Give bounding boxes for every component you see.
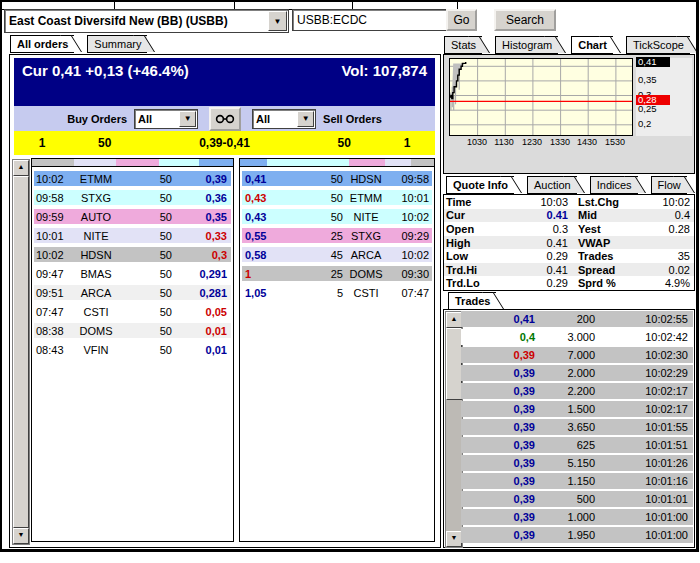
bid-ask-spread: 0,39-0,41 <box>140 136 310 150</box>
y-tick-label-highlight: 0,41 <box>636 57 670 67</box>
bid-price: 0,3 <box>172 249 231 261</box>
tab-summary[interactable]: Summary <box>87 35 147 53</box>
chevron-down-icon[interactable]: ▼ <box>297 111 314 127</box>
trade-price: 0,39 <box>461 493 535 505</box>
trade-row[interactable]: 0,3950010:01:01 <box>461 491 693 507</box>
chevron-down-icon[interactable]: ▼ <box>268 11 287 31</box>
trade-row[interactable]: 0,391.00010:01:00 <box>461 509 693 525</box>
search-button[interactable]: Search <box>494 9 556 31</box>
order-time: 09:51 <box>34 287 72 299</box>
buy-order-row[interactable]: 10:02HDSN500,3 <box>34 247 231 262</box>
chevron-down-icon[interactable]: ▼ <box>179 111 196 127</box>
trade-row[interactable]: 0,392.00010:02:29 <box>461 365 693 381</box>
buy-order-row[interactable]: 10:01NITE500,33 <box>34 228 231 243</box>
trade-row[interactable]: 0,4120010:02:55 <box>461 311 693 327</box>
buy-order-row[interactable]: 09:47BMAS500,291 <box>34 266 231 281</box>
scroll-up-icon[interactable]: ▲ <box>13 160 29 176</box>
trade-quantity: 200 <box>535 313 595 325</box>
buy-filter-select[interactable]: All ▼ <box>134 109 198 129</box>
y-tick-label: 0,2 <box>636 119 670 129</box>
tab-indices[interactable]: Indices <box>590 176 638 194</box>
trade-price: 0,39 <box>461 475 535 487</box>
x-tick-label: 1030 <box>462 137 492 147</box>
trade-row[interactable]: 0,393.65010:01:55 <box>461 419 693 435</box>
trade-row[interactable]: 0,395.15010:01:26 <box>461 455 693 471</box>
sell-order-row[interactable]: 0,5845ARCA10:02 <box>242 247 432 262</box>
order-time: 09:58 <box>34 192 72 204</box>
trade-price: 0,39 <box>461 403 535 415</box>
quote-label: Trades <box>568 250 638 262</box>
quote-value: 10:03 <box>498 196 568 208</box>
buy-order-row[interactable]: 08:38DOMS500,01 <box>34 323 231 338</box>
order-time: 10:02 <box>34 249 72 261</box>
trade-time: 10:02:17 <box>595 385 693 397</box>
x-tick-label: 1430 <box>572 137 602 147</box>
order-size: 50 <box>120 230 172 242</box>
bid-price: 0,39 <box>172 173 231 185</box>
buy-filter-value: All <box>135 113 178 125</box>
book-scrollbar[interactable]: ▲ ▼ <box>12 159 30 545</box>
trade-row[interactable]: 0,391.95010:01:00 <box>461 527 693 543</box>
tab-tickscope[interactable]: TickScope <box>626 36 690 54</box>
instrument-select[interactable]: East Coast Diversifd New (BB) (USBB) ▼ <box>4 9 289 33</box>
bid-price: 0,281 <box>172 287 231 299</box>
trade-row[interactable]: 0,397.00010:02:30 <box>461 347 693 363</box>
tab-stats[interactable]: Stats <box>444 36 482 54</box>
scroll-up-icon[interactable]: ▲ <box>446 312 462 328</box>
sell-order-row[interactable]: 0,4350NITE10:02 <box>242 209 432 224</box>
tab-histogram[interactable]: Histogram <box>495 36 558 54</box>
bid-price: 0,01 <box>172 325 231 337</box>
sell-filter-select[interactable]: All ▼ <box>252 109 316 129</box>
x-tick-label: 1230 <box>517 137 547 147</box>
buy-order-row[interactable]: 08:43VFIN500,01 <box>34 342 231 357</box>
buy-order-row[interactable]: 10:02ETMM500,39 <box>34 171 231 186</box>
quote-value: 0.29 <box>498 277 568 289</box>
trade-quantity: 1.150 <box>535 475 595 487</box>
order-size: 5 <box>301 287 343 299</box>
scroll-down-icon[interactable]: ▼ <box>446 531 462 547</box>
sell-order-row[interactable]: 125DOMS09:30 <box>242 266 432 281</box>
tab-all-orders[interactable]: All orders <box>10 35 74 53</box>
order-size: 50 <box>120 192 172 204</box>
buy-order-row[interactable]: 07:47CSTI500,05 <box>34 304 231 319</box>
order-size: 50 <box>120 173 172 185</box>
quote-value: 10:02 <box>638 196 694 208</box>
trade-row[interactable]: 0,392.20010:02:17 <box>461 383 693 399</box>
scrollbar-thumb[interactable] <box>13 176 29 528</box>
buy-order-row[interactable]: 09:51ARCA500,281 <box>34 285 231 300</box>
depth-segment-gray <box>32 159 74 166</box>
scrollbar-track[interactable] <box>446 400 462 531</box>
trade-row[interactable]: 0,391.50010:02:17 <box>461 401 693 417</box>
chart-x-axis: 103011301230133014301530 <box>449 137 633 150</box>
trade-time: 10:01:00 <box>595 511 693 523</box>
tab-auction[interactable]: Auction <box>527 176 577 194</box>
order-size: 25 <box>301 230 343 242</box>
sell-order-row[interactable]: 0,5525STXG09:29 <box>242 228 432 243</box>
quote-value: 0.3 <box>498 223 568 235</box>
symbol-input[interactable] <box>292 9 458 31</box>
depth-segment-cyan <box>159 159 199 166</box>
trade-row[interactable]: 0,43.00010:02:42 <box>461 329 693 345</box>
sell-order-row[interactable]: 0,4150HDSN09:58 <box>242 171 432 186</box>
scrollbar-thumb[interactable] <box>446 328 462 400</box>
order-time: 09:47 <box>34 268 72 280</box>
tab-chart[interactable]: Chart <box>571 36 613 54</box>
sell-order-row[interactable]: 1,055CSTI07:47 <box>242 285 432 300</box>
go-button[interactable]: Go <box>446 9 477 31</box>
order-size: 50 <box>120 249 172 261</box>
quote-info-table: Time10:03Lst.Chg10:02Cur0.41Mid0.4Open0.… <box>443 194 695 291</box>
link-filters-button[interactable] <box>209 107 241 131</box>
tab-flow[interactable]: Flow <box>651 176 687 194</box>
buy-order-row[interactable]: 09:59AUTO500,35 <box>34 209 231 224</box>
sell-order-row[interactable]: 0,4350ETMM10:01 <box>242 190 432 205</box>
tab-quote-info[interactable]: Quote Info <box>446 176 514 194</box>
price-chart-svg <box>450 59 632 135</box>
trade-row[interactable]: 0,391.15010:01:16 <box>461 473 693 489</box>
tab-trades[interactable]: Trades <box>448 292 496 310</box>
trade-row[interactable]: 0,3962510:01:51 <box>461 437 693 453</box>
buy-size-total: 50 <box>70 136 140 150</box>
trades-list: 0,4120010:02:550,43.00010:02:420,397.000… <box>461 311 693 546</box>
buy-order-row[interactable]: 09:58STXG500,36 <box>34 190 231 205</box>
quote-label: Spread <box>568 264 638 276</box>
scroll-down-icon[interactable]: ▼ <box>13 528 29 544</box>
